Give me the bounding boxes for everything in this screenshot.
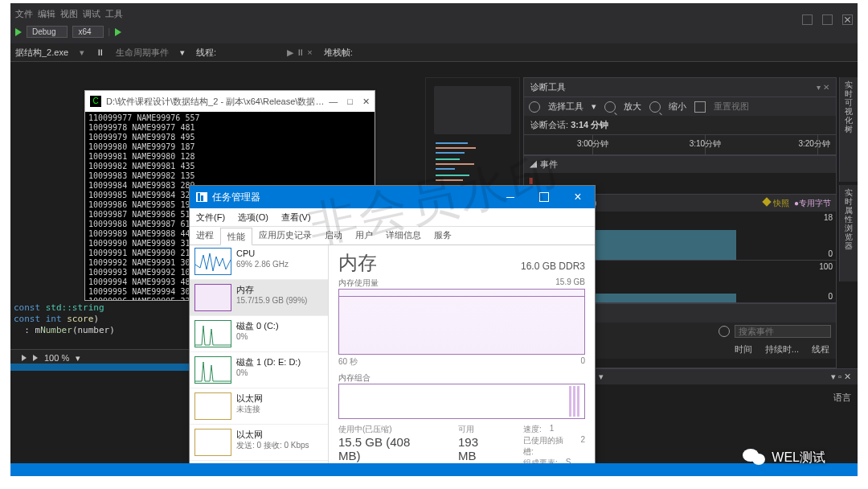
vs-titlebar: 文件编辑视图调试工具 Debug x64 | (10, 3, 858, 44)
vs-minimize-icon[interactable] (802, 14, 813, 25)
right-dock-2[interactable]: 实时属性浏览器 (839, 185, 858, 281)
wechat-icon (743, 447, 767, 468)
sidebar-item-4[interactable]: 以太网未连接 (190, 388, 328, 425)
vs-maximize-icon[interactable] (822, 14, 833, 25)
tab-服务[interactable]: 服务 (428, 227, 458, 244)
tm-menubar[interactable]: 文件(F) 选项(O) 查看(V) (190, 208, 595, 227)
select-tool-button[interactable]: 选择工具 (548, 101, 583, 113)
wechat-logo: WEL测试 (743, 447, 825, 468)
memory-composition-graph[interactable] (338, 384, 585, 419)
tab-进程[interactable]: 进程 (190, 227, 220, 244)
diag-title: 诊断工具 (530, 81, 566, 93)
zoom-out-icon[interactable] (649, 101, 661, 113)
console-title: D:\软件课程设计\数据结构_2 - 副本\x64\Release\数据结... (106, 96, 329, 108)
task-manager-window[interactable]: 任务管理器 × 文件(F) 选项(O) 查看(V) 进程性能应用历史记录启动用户… (189, 185, 596, 476)
tm-main: 内存 16.0 GB DDR3 内存使用量 15.9 GB 60 秒 0 内存组… (329, 244, 595, 476)
vs-toolbar[interactable]: Debug x64 | (15, 26, 121, 38)
search-events-input[interactable] (735, 325, 831, 338)
vs-close-icon[interactable] (842, 14, 853, 25)
available-value: 193 MB (458, 435, 499, 462)
tm-sidebar[interactable]: CPU69% 2.86 GHz内存15.7/15.9 GB (99%)磁盘 0 … (190, 244, 329, 476)
tm-maximize-button[interactable] (527, 186, 561, 208)
reset-view-icon[interactable] (694, 101, 706, 113)
tab-应用历史记录[interactable]: 应用历史记录 (252, 227, 318, 244)
tab-用户[interactable]: 用户 (349, 227, 379, 244)
search-icon[interactable] (719, 326, 730, 337)
right-dock[interactable]: 实时可视化树 (839, 77, 858, 182)
metric-title: 内存 (338, 250, 377, 276)
continue-icon[interactable] (15, 28, 22, 36)
sidebar-item-2[interactable]: 磁盘 0 (C:)0% (190, 316, 328, 352)
gear-icon[interactable] (529, 101, 540, 113)
debug-combo[interactable]: Debug (27, 26, 68, 38)
memory-usage-graph[interactable] (338, 289, 585, 355)
task-manager-icon (196, 192, 207, 202)
metric-spec: 16.0 GB DDR3 (521, 261, 585, 272)
bottom-panel: ▾▾ ▫ ✕ 语言 (594, 368, 858, 451)
sidebar-item-3[interactable]: 磁盘 1 (D: E: D:)0% (190, 352, 328, 388)
tab-性能[interactable]: 性能 (220, 228, 252, 245)
console-close-button[interactable]: ✕ (362, 97, 370, 107)
sidebar-item-1[interactable]: 内存15.7/15.9 GB (99%) (190, 280, 328, 316)
platform-combo[interactable]: x64 (72, 26, 103, 38)
cmd-icon: C (90, 96, 101, 107)
tab-启动[interactable]: 启动 (318, 227, 349, 244)
editor-scrollbar[interactable] (10, 364, 197, 371)
tm-tabs[interactable]: 进程性能应用历史记录启动用户详细信息服务 (190, 227, 595, 245)
console-minimize-button[interactable]: — (329, 97, 338, 107)
debug-bar: 据结构_2.exe ▾ ⏸ 生命周期事件 ▾ 线程: ▶ ⏸ × 堆栈帧: (10, 43, 858, 62)
vs-menu[interactable]: 文件编辑视图调试工具 (15, 8, 128, 20)
console-maximize-button[interactable]: □ (347, 97, 353, 107)
session-time: 3:14 分钟 (571, 120, 608, 129)
debug-target: 据结构_2.exe (15, 47, 68, 59)
vs-statusbar (10, 463, 858, 476)
time-ruler[interactable]: 3:00分钟 3:10分钟 3:20分钟 (524, 134, 836, 155)
tab-详细信息[interactable]: 详细信息 (379, 227, 428, 244)
sidebar-item-5[interactable]: 以太网发送: 0 接收: 0 Kbps (190, 425, 328, 461)
sidebar-item-0[interactable]: CPU69% 2.86 GHz (190, 244, 328, 280)
tm-close-button[interactable]: × (561, 186, 595, 208)
play-icon[interactable] (115, 28, 121, 36)
tm-minimize-button[interactable] (493, 186, 527, 208)
zoom-in-icon[interactable] (604, 101, 616, 113)
inuse-value: 15.5 GB (408 MB) (338, 435, 434, 462)
tm-titlebar[interactable]: 任务管理器 × (190, 186, 595, 208)
